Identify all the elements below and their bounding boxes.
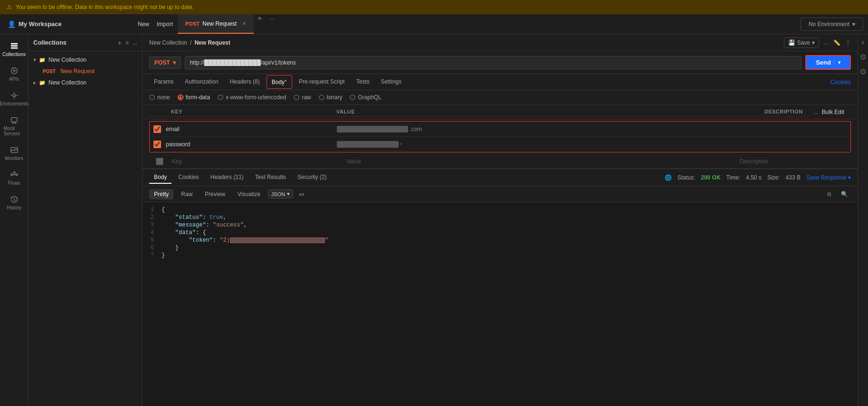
- sidebar-item-monitors[interactable]: Monitors: [2, 142, 27, 165]
- sub-tab-pretty[interactable]: Pretty: [149, 189, 173, 199]
- save-response-arrow: ▾: [848, 174, 851, 181]
- body-option-raw[interactable]: raw: [294, 94, 311, 101]
- filter-icon[interactable]: ≡: [125, 39, 129, 46]
- edit-icon[interactable]: ✏️: [833, 39, 840, 46]
- status-value: 200 OK: [701, 174, 720, 181]
- save-icon: 💾: [788, 39, 795, 46]
- sidebar-item-apis[interactable]: APIs: [2, 63, 27, 85]
- sidebar-item-mock-servers[interactable]: Mock Servers: [2, 112, 27, 140]
- svg-point-8: [16, 174, 18, 176]
- user-icon: 👤: [8, 20, 16, 28]
- form-body-rows: email .com password ᵇ: [149, 121, 851, 152]
- request-header-bar: New Collection / New Request 💾 Save ▾ ..…: [143, 34, 858, 51]
- resp-tab-cookies[interactable]: Cookies: [173, 171, 203, 184]
- collection-new-2[interactable]: ▸ 📁 New Collection: [29, 77, 142, 88]
- body-option-none[interactable]: none: [149, 94, 170, 101]
- history-icon: [10, 195, 19, 204]
- resp-tab-body[interactable]: Body: [149, 171, 172, 184]
- save-response-button[interactable]: Save Response ▾: [806, 174, 851, 181]
- tab-tests[interactable]: Tests: [352, 76, 374, 89]
- resp-tab-security[interactable]: Security (2): [293, 171, 331, 184]
- password-checkbox[interactable]: [153, 141, 161, 148]
- tab-body[interactable]: Body●: [267, 75, 292, 89]
- apis-label: APIs: [9, 76, 19, 82]
- right-edge-panel: ‹ ⊙ ⊙: [858, 34, 868, 406]
- more-tabs-button[interactable]: ...: [266, 14, 278, 34]
- top-nav: 👤 My Workspace New Import POST New Reque…: [0, 14, 868, 34]
- sidebar-item-collections[interactable]: Collections: [2, 38, 27, 61]
- size-label: Size:: [767, 174, 780, 181]
- line-wrap-icon[interactable]: ⇔: [296, 189, 307, 199]
- tab-pre-request[interactable]: Pre-request Script: [294, 76, 350, 89]
- close-tab-icon[interactable]: ✕: [242, 21, 246, 26]
- mock-servers-icon: [10, 116, 19, 124]
- request-name: New Request: [60, 68, 95, 75]
- collection-folder-icon: 📁: [39, 57, 46, 63]
- sub-tab-raw[interactable]: Raw: [176, 189, 197, 199]
- environment-selector[interactable]: No Environment ▾: [801, 18, 863, 31]
- save-dropdown-icon[interactable]: ▾: [812, 39, 815, 46]
- tab-headers[interactable]: Headers (8): [225, 76, 264, 89]
- response-area: Body Cookies Headers (11) Test Results S…: [143, 169, 858, 406]
- right-edge-toggle-2[interactable]: ⊙: [860, 52, 866, 61]
- svg-rect-5: [11, 118, 17, 122]
- add-tab-button[interactable]: +: [254, 14, 266, 34]
- resp-tab-headers[interactable]: Headers (11): [206, 171, 248, 184]
- share-icon[interactable]: ⋮: [845, 39, 851, 46]
- url-input[interactable]: [185, 56, 802, 69]
- size-value: 433 B: [786, 174, 801, 181]
- body-options: none form-data x-www-form-urlencoded raw…: [143, 90, 858, 105]
- collection-name: New Collection: [48, 57, 86, 63]
- cookies-link[interactable]: Cookies: [830, 79, 851, 85]
- tab-settings[interactable]: Settings: [376, 76, 406, 89]
- flows-label: Flows: [8, 180, 20, 186]
- add-collection-button[interactable]: +: [118, 39, 122, 47]
- request-more-button[interactable]: ...: [824, 39, 829, 46]
- empty-checkbox[interactable]: [156, 158, 163, 165]
- collection-new-1[interactable]: ▾ 📁 New Collection: [29, 54, 142, 66]
- method-badge: POST: [43, 69, 56, 74]
- svg-rect-0: [10, 43, 17, 45]
- body-dot: ●: [285, 78, 287, 83]
- breadcrumb-request: New Request: [194, 39, 230, 46]
- workspace-label[interactable]: 👤 My Workspace: [0, 20, 133, 28]
- sidebar-item-environments[interactable]: Environments: [2, 87, 27, 110]
- sub-tab-preview[interactable]: Preview: [200, 189, 230, 199]
- copy-icon[interactable]: ⧉: [824, 190, 834, 198]
- send-button[interactable]: Send ▾: [805, 55, 851, 70]
- request-new-request[interactable]: POST New Request: [29, 66, 142, 77]
- right-edge-toggle-1[interactable]: ‹: [862, 38, 864, 47]
- body-option-graphql[interactable]: GraphQL: [350, 94, 381, 101]
- right-edge-toggle-3[interactable]: ⊙: [860, 67, 866, 76]
- sidebar-item-history[interactable]: History: [2, 191, 27, 214]
- method-select[interactable]: POST ▾: [149, 57, 181, 69]
- tab-method: POST: [185, 21, 200, 27]
- top-nav-right: No Environment ▾: [801, 18, 868, 31]
- body-option-urlencoded[interactable]: x-www-form-urlencoded: [218, 94, 286, 101]
- environments-icon: [10, 91, 19, 100]
- table-more-icon[interactable]: ...: [810, 109, 822, 115]
- save-button[interactable]: 💾 Save ▾: [784, 38, 819, 48]
- active-tab[interactable]: POST New Request ✕: [178, 14, 254, 34]
- panel-header-left: Collections: [33, 39, 67, 46]
- tab-params[interactable]: Params: [149, 76, 178, 89]
- status-label: Status:: [677, 174, 695, 181]
- body-option-binary[interactable]: binary: [319, 94, 343, 101]
- new-button[interactable]: New: [138, 21, 149, 28]
- resp-tab-test-results[interactable]: Test Results: [250, 171, 291, 184]
- collection-tree: ▾ 📁 New Collection POST New Request ▸ 📁 …: [29, 51, 142, 406]
- tab-authorization[interactable]: Authorization: [180, 76, 223, 89]
- send-arrow[interactable]: ▾: [834, 60, 840, 65]
- history-label: History: [7, 205, 21, 210]
- body-option-form-data[interactable]: form-data: [178, 94, 210, 101]
- panel-more-button[interactable]: ...: [133, 39, 137, 46]
- format-select[interactable]: JSON ▾: [268, 189, 293, 198]
- search-icon[interactable]: 🔍: [838, 190, 851, 198]
- sub-tab-visualize[interactable]: Visualize: [233, 189, 265, 199]
- code-line-6: 6 }: [143, 244, 858, 252]
- email-key: email: [166, 126, 337, 132]
- bulk-edit-button[interactable]: Bulk Edit: [822, 109, 844, 115]
- import-button[interactable]: Import: [157, 21, 173, 28]
- email-checkbox[interactable]: [153, 125, 161, 133]
- sidebar-item-flows[interactable]: Flows: [2, 167, 27, 189]
